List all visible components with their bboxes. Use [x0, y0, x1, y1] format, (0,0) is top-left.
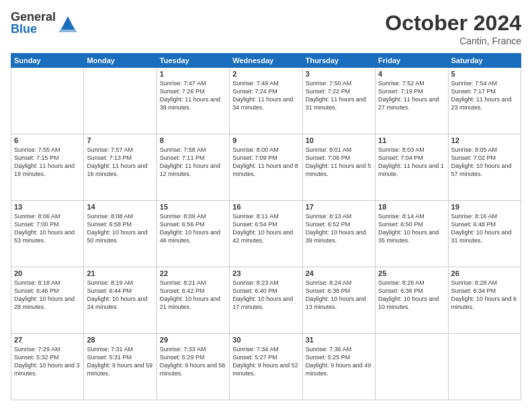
- svg-marker-1: [58, 19, 77, 32]
- table-row: 2Sunrise: 7:49 AMSunset: 7:24 PMDaylight…: [230, 68, 302, 134]
- cell-text: Daylight: 10 hours and 42 minutes.: [232, 228, 299, 244]
- cell-text: Sunrise: 8:09 AM: [160, 212, 226, 220]
- location: Cantin, France: [385, 36, 521, 46]
- day-number: 18: [378, 203, 445, 211]
- cell-text: Sunset: 7:13 PM: [87, 154, 153, 162]
- day-number: 7: [87, 136, 153, 144]
- cell-text: Daylight: 10 hours and 3 minutes.: [14, 361, 81, 377]
- logo-text: General Blue: [11, 11, 56, 35]
- table-row: 31Sunrise: 7:36 AMSunset: 5:25 PMDayligh…: [302, 334, 375, 400]
- cell-text: Sunset: 6:50 PM: [378, 220, 445, 228]
- day-number: 12: [451, 136, 518, 144]
- cell-text: Daylight: 11 hours and 12 minutes.: [160, 162, 226, 178]
- table-row: 25Sunrise: 8:26 AMSunset: 6:36 PMDayligh…: [375, 267, 448, 334]
- cell-text: Sunset: 6:46 PM: [14, 287, 81, 295]
- day-number: 27: [14, 336, 81, 344]
- cell-text: Daylight: 10 hours and 31 minutes.: [451, 228, 518, 244]
- cell-text: Sunset: 7:26 PM: [160, 87, 226, 95]
- day-number: 10: [306, 136, 372, 144]
- day-number: 19: [451, 203, 518, 211]
- cell-text: Sunset: 5:27 PM: [232, 353, 299, 361]
- col-monday: Monday: [84, 54, 157, 68]
- col-wednesday: Wednesday: [230, 54, 302, 68]
- table-row: [84, 68, 157, 134]
- day-number: 3: [306, 70, 372, 78]
- table-row: 18Sunrise: 8:14 AMSunset: 6:50 PMDayligh…: [375, 201, 448, 267]
- calendar-week-3: 20Sunrise: 8:18 AMSunset: 6:46 PMDayligh…: [11, 267, 521, 334]
- cell-text: Sunset: 7:11 PM: [160, 154, 226, 162]
- cell-text: Daylight: 9 hours and 56 minutes.: [160, 361, 226, 377]
- month-title: October 2024: [385, 11, 521, 36]
- day-number: 5: [451, 70, 518, 78]
- cell-text: Sunset: 6:48 PM: [451, 220, 518, 228]
- col-sunday: Sunday: [11, 54, 84, 68]
- calendar-week-0: 1Sunrise: 7:47 AMSunset: 7:26 PMDaylight…: [11, 68, 521, 134]
- cell-text: Daylight: 10 hours and 39 minutes.: [306, 228, 372, 244]
- cell-text: Sunrise: 7:54 AM: [451, 79, 518, 87]
- table-row: 15Sunrise: 8:09 AMSunset: 6:56 PMDayligh…: [157, 201, 229, 267]
- cell-text: Sunrise: 7:55 AM: [14, 146, 81, 154]
- table-row: [11, 68, 84, 134]
- day-number: 14: [87, 203, 153, 211]
- col-thursday: Thursday: [302, 54, 375, 68]
- cell-text: Sunrise: 8:01 AM: [306, 146, 372, 154]
- cell-text: Daylight: 10 hours and 21 minutes.: [160, 295, 226, 311]
- cell-text: Sunrise: 7:36 AM: [306, 345, 372, 353]
- table-row: 30Sunrise: 7:34 AMSunset: 5:27 PMDayligh…: [230, 334, 302, 400]
- cell-text: Sunset: 7:17 PM: [451, 87, 518, 95]
- table-row: 13Sunrise: 8:06 AMSunset: 7:00 PMDayligh…: [11, 201, 84, 267]
- cell-text: Sunset: 7:00 PM: [14, 220, 81, 228]
- cell-text: Daylight: 11 hours and 27 minutes.: [378, 95, 445, 111]
- cell-text: Sunset: 5:25 PM: [306, 353, 372, 361]
- cell-text: Daylight: 11 hours and 38 minutes.: [160, 95, 226, 111]
- cell-text: Daylight: 9 hours and 59 minutes.: [87, 361, 153, 377]
- cell-text: Sunrise: 7:29 AM: [14, 345, 81, 353]
- table-row: 7Sunrise: 7:57 AMSunset: 7:13 PMDaylight…: [84, 134, 157, 201]
- table-row: 27Sunrise: 7:29 AMSunset: 5:32 PMDayligh…: [11, 334, 84, 400]
- cell-text: Sunrise: 8:18 AM: [14, 279, 81, 287]
- cell-text: Sunrise: 7:47 AM: [160, 79, 226, 87]
- cell-text: Daylight: 10 hours and 24 minutes.: [87, 295, 153, 311]
- cell-text: Sunrise: 8:03 AM: [378, 146, 445, 154]
- day-number: 6: [14, 136, 81, 144]
- cell-text: Daylight: 11 hours and 16 minutes.: [87, 162, 153, 178]
- cell-text: Sunrise: 7:49 AM: [232, 79, 299, 87]
- day-number: 16: [232, 203, 299, 211]
- cell-text: Sunrise: 8:23 AM: [232, 279, 299, 287]
- cell-text: Sunset: 5:29 PM: [160, 353, 226, 361]
- day-number: 29: [160, 336, 226, 344]
- table-row: 22Sunrise: 8:21 AMSunset: 6:42 PMDayligh…: [157, 267, 229, 334]
- cell-text: Sunset: 6:54 PM: [232, 220, 299, 228]
- logo-blue: Blue: [11, 23, 56, 35]
- table-row: [375, 334, 448, 400]
- day-number: 24: [306, 269, 372, 277]
- calendar-body: 1Sunrise: 7:47 AMSunset: 7:26 PMDaylight…: [11, 68, 521, 400]
- table-row: 17Sunrise: 8:13 AMSunset: 6:52 PMDayligh…: [302, 201, 375, 267]
- cell-text: Sunset: 7:02 PM: [451, 154, 518, 162]
- cell-text: Daylight: 10 hours and 53 minutes.: [14, 228, 81, 244]
- cell-text: Daylight: 10 hours and 13 minutes.: [306, 295, 372, 311]
- cell-text: Sunrise: 7:52 AM: [378, 79, 445, 87]
- table-row: 23Sunrise: 8:23 AMSunset: 6:40 PMDayligh…: [230, 267, 302, 334]
- day-number: 8: [160, 136, 226, 144]
- cell-text: Sunrise: 7:57 AM: [87, 146, 153, 154]
- day-number: 11: [378, 136, 445, 144]
- cell-text: Sunset: 6:42 PM: [160, 287, 226, 295]
- cell-text: Sunrise: 7:34 AM: [232, 345, 299, 353]
- col-friday: Friday: [375, 54, 448, 68]
- calendar-week-4: 27Sunrise: 7:29 AMSunset: 5:32 PMDayligh…: [11, 334, 521, 400]
- table-row: 20Sunrise: 8:18 AMSunset: 6:46 PMDayligh…: [11, 267, 84, 334]
- logo-icon: [58, 13, 77, 32]
- cell-text: Daylight: 10 hours and 10 minutes.: [378, 295, 445, 311]
- cell-text: Sunset: 6:36 PM: [378, 287, 445, 295]
- table-row: 16Sunrise: 8:11 AMSunset: 6:54 PMDayligh…: [230, 201, 302, 267]
- cell-text: Sunset: 6:38 PM: [306, 287, 372, 295]
- cell-text: Sunrise: 8:21 AM: [160, 279, 226, 287]
- cell-text: Sunrise: 7:33 AM: [160, 345, 226, 353]
- cell-text: Daylight: 9 hours and 49 minutes.: [306, 361, 372, 377]
- day-number: 15: [160, 203, 226, 211]
- cell-text: Sunrise: 8:11 AM: [232, 212, 299, 220]
- cell-text: Sunset: 6:52 PM: [306, 220, 372, 228]
- calendar-week-1: 6Sunrise: 7:55 AMSunset: 7:15 PMDaylight…: [11, 134, 521, 201]
- cell-text: Sunset: 5:31 PM: [87, 353, 153, 361]
